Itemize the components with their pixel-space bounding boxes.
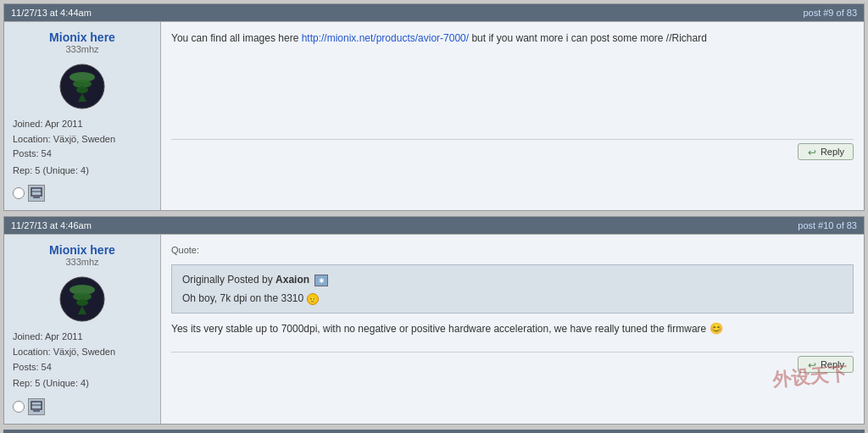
axaion-icon: ✱ (314, 275, 328, 286)
post-10-user-meta: Joined: Apr 2011 Location: Växjö, Sweden… (13, 330, 152, 391)
post-9-reply-button[interactable]: Reply (798, 143, 854, 160)
post-9-timestamp: 11/27/13 at 4:44am (11, 8, 92, 18)
post-9-location: Location: Växjö, Sweden (13, 132, 152, 147)
post-10-username[interactable]: Mionix here (13, 243, 152, 257)
post-10-avatar (57, 274, 108, 325)
post-9-reply-label: Reply (821, 147, 844, 157)
forum-wrapper: 11/27/13 at 4:44am post #9 of 83 Mionix … (0, 0, 868, 433)
post-10-quote-text: Oh boy, 7k dpi on the 3310 🙂 (182, 291, 843, 306)
post-9-container: 11/27/13 at 4:44am post #9 of 83 Mionix … (3, 3, 865, 211)
post-10-user-actions (13, 398, 152, 415)
post-10-body: Mionix here 333mhz Joined: Apr 2011 Loca… (4, 234, 864, 423)
post-10-radio[interactable] (13, 401, 25, 413)
post-9-user-panel: Mionix here 333mhz Joined: Apr 2011 Loca… (4, 22, 161, 210)
post-9-user-actions (13, 185, 152, 202)
post-9-header: 11/27/13 at 4:44am post #9 of 83 (4, 4, 864, 21)
post-9-body: Mionix here 333mhz Joined: Apr 2011 Loca… (4, 21, 864, 210)
post-9-content: You can find all images here http://mion… (161, 22, 864, 210)
svg-rect-6 (33, 196, 40, 198)
post-10-header: 11/27/13 at 4:46am post #10 of 83 (4, 217, 864, 234)
post-10-main-text: Yes its very stable up to 7000dpi, with … (171, 320, 854, 337)
post-10-profile-icon[interactable] (28, 398, 45, 415)
post-10-timestamp: 11/27/13 at 4:46am (11, 220, 92, 230)
post-9-link[interactable]: http://mionix.net/products/avior-7000/ (302, 32, 469, 44)
post-10-container: 11/27/13 at 4:46am post #10 of 83 Mionix… (3, 216, 865, 424)
post-9-user-title: 333mhz (13, 44, 152, 54)
post-9-text-after: but if you want more i can post some mor… (469, 32, 707, 44)
svg-rect-14 (33, 409, 40, 412)
post-10-user-title: 333mhz (13, 257, 152, 267)
post-9-avatar (57, 61, 108, 112)
post-10-quote-label: Quote: (171, 243, 854, 258)
svg-point-11 (76, 299, 88, 306)
post-9-posts: Posts: 54 (13, 147, 152, 162)
reply-icon-2 (807, 359, 817, 369)
post-10-quote-attribution: Originally Posted by Axaion ✱ (182, 272, 843, 287)
post-9-number: post #9 of 83 (803, 8, 857, 18)
post-10-rep: Rep: 5 (Unique: 4) (13, 376, 152, 391)
post-9-username[interactable]: Mionix here (13, 31, 152, 44)
post-9-text-before: You can find all images here (171, 32, 302, 44)
post-9-radio[interactable] (13, 187, 25, 199)
footer-bar: ✎ Start a New Thread « Previous 1 2 3 4 … (3, 430, 865, 433)
post-9-joined: Joined: Apr 2011 (13, 117, 152, 132)
post-10-location: Location: Växjö, Sweden (13, 345, 152, 360)
firmware-smiley: 😊 (709, 322, 723, 335)
smiley-icon: 🙂 (307, 293, 319, 305)
post-9-reply-area: Reply (171, 139, 854, 160)
post-10-text: Quote: Originally Posted by Axaion ✱ Oh … (171, 243, 854, 345)
post-10-reply-label: Reply (821, 359, 844, 369)
post-10-user-panel: Mionix here 333mhz Joined: Apr 2011 Loca… (4, 235, 161, 423)
reply-icon (807, 147, 817, 157)
post-10-reply-area: Reply (171, 352, 854, 373)
svg-point-3 (76, 86, 88, 93)
post-9-rep: Rep: 5 (Unique: 4) (13, 164, 152, 179)
post-9-text: You can find all images here http://mion… (171, 31, 854, 132)
post-10-originally-posted: Originally Posted by (182, 274, 275, 286)
post-10-number: post #10 of 83 (798, 220, 857, 230)
post-10-quote-author: Axaion (275, 274, 309, 286)
post-10-joined: Joined: Apr 2011 (13, 330, 152, 345)
post-9-profile-icon[interactable] (28, 185, 45, 202)
post-10-quote-block: Originally Posted by Axaion ✱ Oh boy, 7k… (171, 264, 854, 314)
post-10-content: Quote: Originally Posted by Axaion ✱ Oh … (161, 235, 864, 423)
post-10-reply-button[interactable]: Reply (798, 356, 854, 373)
post-10-posts: Posts: 54 (13, 360, 152, 375)
post-9-user-meta: Joined: Apr 2011 Location: Växjö, Sweden… (13, 117, 152, 178)
